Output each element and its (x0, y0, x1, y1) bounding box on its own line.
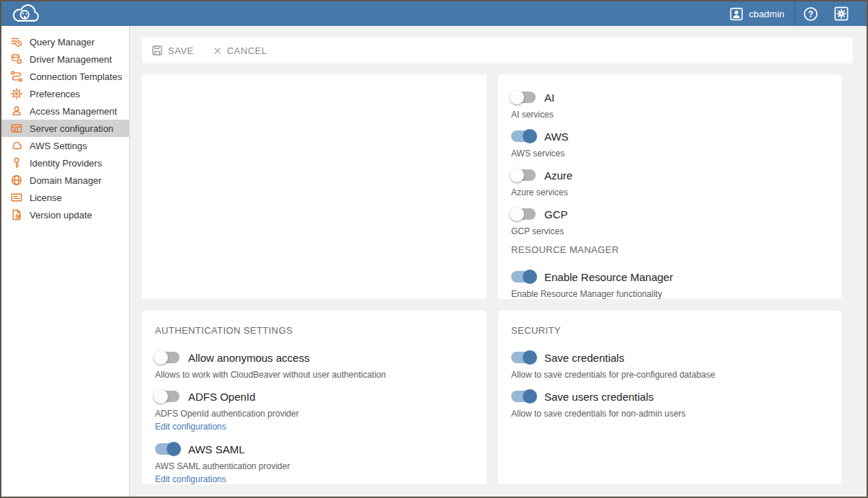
cloudbeaver-logo[interactable] (9, 2, 45, 25)
authentication-panel: AUTHENTICATION SETTINGS Allow anonymous … (142, 311, 487, 484)
help-icon: ? (803, 6, 818, 22)
toggle-row: Save users credentials Allow to save cre… (511, 388, 828, 419)
sidebar-item-label: Server configuration (30, 123, 113, 134)
toggle-row: AI AI services (511, 89, 828, 120)
toggle-switch[interactable] (511, 92, 536, 103)
sidebar-item-label: Domain Manager (30, 175, 102, 186)
toggle-description: AI services (511, 110, 828, 120)
cancel-button[interactable]: CANCEL (213, 45, 267, 56)
settings-button[interactable] (826, 1, 856, 26)
sidebar-item-label: Version update (30, 210, 92, 221)
toggle-switch[interactable] (155, 443, 180, 455)
services-panel: AI AI services AWS A (498, 74, 841, 299)
toggle-description: AWS services (511, 148, 828, 159)
main-area: Query Manager Driver Management Connecti… (1, 26, 867, 497)
toggle-description: Enable Resource Manager functionality (511, 289, 828, 299)
auth-toggle-list: Allow anonymous access Allows to work wi… (155, 349, 474, 484)
toggle-label: Enable Resource Manager (544, 271, 673, 283)
toggle-description: GCP services (511, 226, 828, 236)
svg-text:?: ? (808, 9, 813, 19)
preferences-icon (11, 88, 22, 99)
toggle-switch[interactable] (511, 391, 536, 402)
edit-configurations-link[interactable]: Edit configurations (155, 422, 226, 432)
sidebar-item[interactable]: AWS Settings (1, 137, 129, 154)
sidebar-item-label: Driver Management (30, 54, 112, 65)
toggle-switch[interactable] (511, 352, 536, 363)
sidebar-item-label: Identity Providers (30, 158, 102, 169)
toggle-label: Save credentials (544, 352, 624, 364)
security-toggle-list: Save credentials Allow to save credentia… (511, 349, 828, 419)
access-management-icon (11, 105, 22, 117)
services-toggle-list: AI AI services AWS A (511, 89, 828, 236)
toggle-knob (154, 350, 168, 365)
toggle-switch[interactable] (511, 169, 536, 181)
toggle-row: Allow anonymous access Allows to work wi… (155, 349, 474, 380)
sidebar-item[interactable]: License (1, 189, 129, 206)
sidebar-item[interactable]: Driver Management (1, 50, 129, 68)
toggle-label: AWS SAML (188, 443, 245, 455)
server-configuration-icon (11, 123, 22, 134)
sidebar: Query Manager Driver Management Connecti… (1, 26, 130, 497)
toggle-row: ADFS OpenId ADFS OpenId authentication p… (155, 388, 474, 432)
toggle-label: AWS (544, 130, 569, 143)
toggle-row: Azure Azure services (511, 166, 828, 197)
settings-icon (834, 6, 849, 21)
toggle-knob (523, 350, 537, 365)
toggle-label: GCP (544, 208, 568, 221)
sidebar-item[interactable]: Preferences (1, 85, 129, 102)
security-panel: SECURITY Save credentials Allow to save … (498, 311, 841, 484)
driver-management-icon (11, 53, 22, 65)
save-button[interactable]: SAVE (151, 45, 194, 56)
toolbar: SAVE CANCEL (142, 37, 853, 63)
section-header-authentication: AUTHENTICATION SETTINGS (155, 325, 474, 336)
sidebar-item[interactable]: Server configuration (1, 120, 129, 137)
section-header-resource-manager: RESOURCE MANAGER (511, 244, 828, 255)
toggle-switch[interactable] (511, 271, 536, 283)
sidebar-item-label: AWS Settings (30, 141, 87, 151)
toggle-switch[interactable] (155, 391, 180, 402)
topbar: cbadmin ? (1, 1, 867, 26)
toggle-knob (167, 442, 181, 456)
sidebar-item-label: Access Management (30, 106, 117, 117)
query-manager-icon (11, 36, 22, 48)
toggle-label: AI (544, 92, 554, 104)
toggle-label: Allow anonymous access (188, 352, 309, 364)
sidebar-item-label: License (30, 192, 62, 203)
toggle-knob (510, 207, 524, 221)
help-button[interactable]: ? (795, 1, 826, 26)
toggle-description: Azure services (511, 187, 828, 197)
connection-templates-icon (11, 71, 22, 82)
edit-configurations-link[interactable]: Edit configurations (155, 474, 226, 484)
toggle-row: AWS SAML AWS SAML authentication provide… (155, 440, 474, 484)
sidebar-item[interactable]: Query Manager (1, 33, 129, 50)
content-area: SAVE CANCEL A (130, 26, 867, 497)
save-icon (151, 45, 163, 56)
sidebar-item[interactable]: Access Management (1, 102, 129, 120)
cancel-icon (213, 46, 222, 55)
license-icon (11, 192, 22, 203)
section-header-security: SECURITY (511, 325, 828, 336)
toggle-label: Save users credentials (544, 391, 654, 403)
sidebar-item[interactable]: Version update (1, 206, 129, 223)
aws-settings-icon (11, 140, 22, 151)
sidebar-item[interactable]: Identity Providers (1, 154, 129, 172)
user-name: cbadmin (749, 9, 784, 19)
toggle-knob (154, 389, 168, 404)
sidebar-item-label: Query Manager (30, 37, 94, 48)
sidebar-item[interactable]: Domain Manager (1, 172, 129, 189)
empty-panel (142, 74, 487, 299)
sidebar-item[interactable]: Connection Templates (1, 68, 129, 85)
toggle-knob (523, 389, 537, 404)
toggle-switch[interactable] (511, 130, 536, 142)
toggle-switch[interactable] (155, 352, 180, 363)
toggle-row: Save credentials Allow to save credentia… (511, 349, 828, 380)
toggle-row: GCP GCP services (511, 205, 828, 236)
user-menu[interactable]: cbadmin (719, 1, 794, 26)
sidebar-item-label: Preferences (30, 89, 80, 99)
toggle-row: AWS AWS services (511, 128, 828, 159)
toggle-description: AWS SAML authentication provider (155, 461, 474, 471)
toggle-label: ADFS OpenId (188, 391, 255, 403)
sidebar-item-label: Connection Templates (30, 71, 122, 82)
toggle-switch[interactable] (511, 208, 536, 220)
app-window: cbadmin ? Query Manager Driver Mana (0, 0, 868, 498)
